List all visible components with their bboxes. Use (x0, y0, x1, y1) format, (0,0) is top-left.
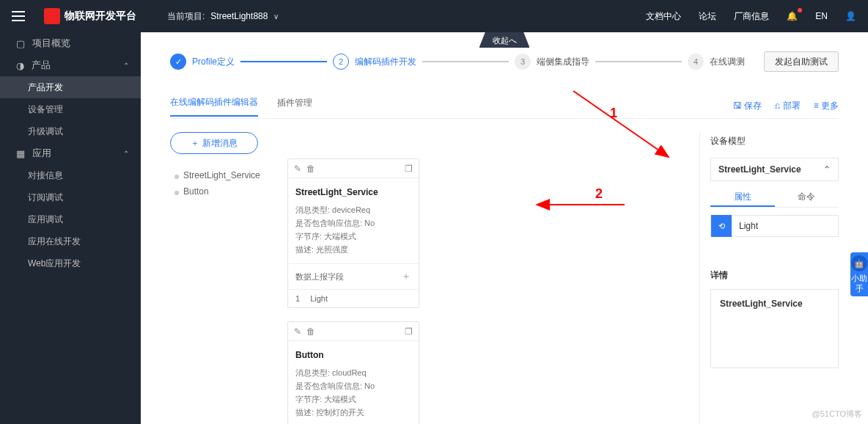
current-project-name[interactable]: StreetLight888 (210, 11, 268, 21)
right-panel: 设备模型 StreetLight_Service ⌃ 属性 命令 ⟲ Light… (699, 132, 839, 424)
step-2-num: 2 (333, 54, 349, 70)
chevron-up-icon: ⌃ (823, 164, 831, 175)
copy-icon[interactable]: ❐ (405, 326, 413, 337)
sidebar-item-device-mgmt[interactable]: 设备管理 (0, 98, 141, 120)
tab-editor[interactable]: 在线编解码插件编辑器 (170, 96, 258, 117)
topbar: 物联网开发平台 当前项目: StreetLight888 ∨ 文档中心 论坛 厂… (0, 0, 868, 32)
sidebar-item-apps[interactable]: ▦ 应用⌃ (0, 142, 141, 164)
add-message-button[interactable]: ＋ 新增消息 (170, 132, 258, 154)
card-title: StreetLight_Service (295, 186, 411, 199)
nav-docs[interactable]: 文档中心 (646, 10, 681, 23)
sidebar-item-docking[interactable]: 对接信息 (0, 164, 141, 186)
step-4-num: 4 (688, 54, 704, 70)
card-section-header: 数据上报字段 ＋ (288, 263, 419, 289)
step-2-label: 编解码插件开发 (355, 56, 416, 68)
assistant-widget[interactable]: 🤖 小助手 (850, 252, 868, 296)
current-project-label: 当前项目: (167, 10, 205, 23)
service-box[interactable]: StreetLight_Service ⌃ (710, 158, 839, 181)
message-card: ✎ 🗑 ❐ StreetLight_Service 消息类型: deviceRe… (287, 158, 419, 308)
tabs-row: 在线编解码插件编辑器 插件管理 🖫 保存 ⎌ 部署 ≡ 更多 (170, 94, 839, 119)
nav-forum[interactable]: 论坛 (699, 10, 716, 23)
add-field-icon[interactable]: ＋ (401, 270, 411, 283)
step-3-label: 端侧集成指导 (537, 56, 589, 68)
logo: 物联网开发平台 (44, 8, 136, 24)
sidebar: ▢ 项目概览 ◑ 产品⌃ 产品开发 设备管理 升级调试 ▦ 应用⌃ 对接信息 订… (0, 32, 141, 424)
sidebar-item-upgrade-debug[interactable]: 升级调试 (0, 120, 141, 142)
more-button[interactable]: ≡ 更多 (814, 100, 839, 112)
card-title: Button (295, 348, 411, 362)
edit-icon[interactable]: ✎ (294, 326, 301, 337)
property-icon: ⟲ (711, 215, 732, 237)
sub-tab-attr[interactable]: 属性 (710, 186, 775, 207)
lang-switch[interactable]: EN (815, 11, 828, 21)
watermark: @51CTO博客 (812, 409, 862, 420)
assistant-icon: 🤖 (851, 255, 867, 271)
detail-title: 详情 (710, 269, 839, 282)
sidebar-item-app-online-dev[interactable]: 应用在线开发 (0, 230, 141, 252)
sidebar-item-product[interactable]: ◑ 产品⌃ (0, 54, 141, 76)
step-1-label: Profile定义 (192, 56, 235, 68)
user-icon[interactable]: 👤 (845, 11, 856, 21)
self-test-button[interactable]: 发起自助测试 (764, 51, 839, 72)
tree-item[interactable]: Button (170, 183, 273, 200)
sidebar-item-overview[interactable]: ▢ 项目概览 (0, 32, 141, 54)
sidebar-item-app-debug[interactable]: 应用调试 (0, 208, 141, 230)
delete-icon[interactable]: 🗑 (306, 326, 315, 337)
step-3-num: 3 (515, 54, 531, 70)
step-1-num: ✓ (170, 54, 186, 70)
card-column: ✎ 🗑 ❐ StreetLight_Service 消息类型: deviceRe… (287, 158, 419, 424)
sub-tab-cmd[interactable]: 命令 (775, 186, 839, 207)
hamburger-icon[interactable] (12, 6, 32, 26)
platform-title: 物联网开发平台 (65, 10, 136, 23)
detail-box: StreetLight_Service (710, 289, 839, 368)
sidebar-item-web-app-dev[interactable]: Web应用开发 (0, 252, 141, 274)
message-card: ✎ 🗑 ❐ Button 消息类型: cloudReq 是否包含响应信息: No… (287, 321, 419, 424)
delete-icon[interactable]: 🗑 (306, 164, 315, 174)
tree-item[interactable]: StreetLight_Service (170, 167, 273, 183)
chevron-up-icon: ⌃ (123, 62, 129, 70)
property-item[interactable]: ⟲ Light (710, 215, 839, 237)
sidebar-item-sub-debug[interactable]: 订阅调试 (0, 186, 141, 208)
field-row[interactable]: 1 Light (288, 289, 419, 307)
save-button[interactable]: 🖫 保存 (733, 100, 762, 112)
bell-icon[interactable]: 🔔 (787, 11, 798, 21)
copy-icon[interactable]: ❐ (405, 164, 413, 174)
nav-vendor[interactable]: 厂商信息 (734, 10, 769, 23)
step-4-label: 在线调测 (710, 56, 745, 68)
step-bar: ✓ Profile定义 2 编解码插件开发 3 端侧集成指导 4 在线调测 发起… (170, 51, 839, 72)
deploy-button[interactable]: ⎌ 部署 (775, 100, 800, 112)
edit-icon[interactable]: ✎ (294, 164, 301, 174)
tab-manage[interactable]: 插件管理 (277, 97, 312, 116)
chevron-down-icon[interactable]: ∨ (273, 12, 279, 21)
collapse-notch[interactable]: 收起へ (479, 32, 530, 48)
chevron-up-icon: ⌃ (123, 150, 129, 158)
main-stage: 收起へ ✓ Profile定义 2 编解码插件开发 3 端侧集成指导 4 在线调… (141, 32, 868, 424)
message-tree: ＋ 新增消息 StreetLight_Service Button (170, 132, 273, 424)
device-model-title: 设备模型 (710, 135, 839, 147)
sidebar-item-product-dev[interactable]: 产品开发 (0, 76, 141, 98)
huawei-logo-icon (44, 8, 60, 24)
